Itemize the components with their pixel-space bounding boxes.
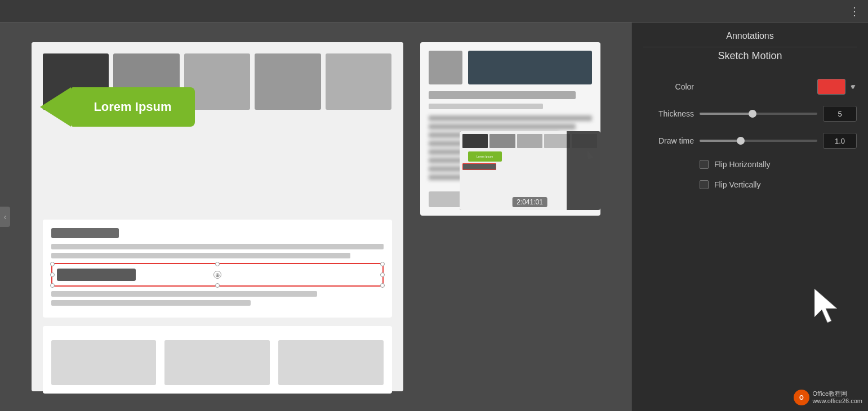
cursor-area — [632, 200, 868, 411]
thickness-value[interactable]: 5 — [823, 106, 857, 122]
thickness-slider-container[interactable] — [700, 108, 817, 119]
right-panel: Annotations Sketch Motion Color ▼ Thickn… — [631, 23, 868, 411]
watermark-icon: O — [794, 390, 809, 405]
arrow-text: Lorem Ipsum — [94, 100, 171, 114]
bb-block-2 — [164, 340, 270, 385]
flip-horizontal-label: Flip Horizontally — [714, 160, 771, 169]
thumbnail-container: Lorem Ipsum 2:041:01 — [460, 131, 600, 210]
slide-1[interactable]: Lorem Ipsum — [32, 42, 403, 391]
s2-bar2 — [429, 104, 543, 109]
thumb-arrow-text: Lorem Ipsum — [477, 155, 493, 158]
panel-divider — [643, 47, 857, 47]
drawtime-value[interactable]: 1.0 — [823, 133, 857, 149]
cb-line — [51, 291, 317, 297]
color-row: Color ▼ — [643, 79, 857, 95]
flip-horizontal-row: Flip Horizontally — [643, 160, 857, 169]
thumb-selected-box — [462, 163, 496, 170]
flip-vertical-label: Flip Vertically — [714, 180, 760, 189]
cb-title — [51, 228, 119, 238]
drawtime-slider-track — [700, 140, 817, 142]
green-arrow: Lorem Ipsum — [37, 87, 195, 127]
thumb-img-b — [462, 134, 488, 148]
selected-element[interactable] — [51, 263, 384, 287]
img-block-4 — [255, 53, 321, 110]
thumb-green-arrow: Lorem Ipsum — [468, 151, 502, 162]
resize-handle-center[interactable] — [213, 271, 221, 279]
main-layout: ‹ Lorem Ipsum — [0, 23, 868, 411]
resize-handle-br[interactable] — [380, 283, 385, 288]
cb-line — [51, 300, 251, 306]
drawtime-slider-fill — [700, 140, 741, 142]
resize-handle-mr[interactable] — [380, 272, 385, 277]
menu-dots-icon[interactable]: ⋮ — [849, 5, 861, 18]
svg-text:O: O — [799, 395, 804, 401]
panel-subtitle: Sketch Motion — [643, 50, 857, 62]
thickness-label: Thickness — [643, 109, 694, 118]
drawtime-label: Draw time — [643, 136, 694, 145]
bb-block-3 — [278, 340, 384, 385]
content-area — [32, 214, 403, 408]
panel-title: Annotations — [643, 31, 857, 41]
bottom-blocks — [51, 340, 384, 385]
s2-header-square — [429, 51, 462, 84]
slide-2[interactable]: Lorem Ipsum 2:041:01 — [420, 42, 600, 216]
watermark-text: Office教程网 www.office26.com — [813, 390, 862, 405]
content-block-2 — [43, 326, 392, 394]
flip-vertical-row: Flip Vertically — [643, 180, 857, 189]
resize-handle-tm[interactable] — [215, 262, 220, 266]
office-logo-icon: O — [795, 391, 808, 404]
slide-area: ‹ Lorem Ipsum — [0, 23, 631, 411]
resize-handle-tl[interactable] — [50, 262, 55, 266]
color-picker-box[interactable] — [817, 79, 845, 95]
watermark-line2: www.office26.com — [813, 397, 862, 405]
flip-horizontal-checkbox[interactable] — [700, 160, 709, 169]
bb-block-1 — [51, 340, 157, 385]
cb-line — [51, 244, 384, 249]
watermark: O Office教程网 www.office26.com — [794, 390, 862, 405]
svg-marker-0 — [814, 289, 837, 323]
panel-header: Annotations Sketch Motion — [632, 23, 868, 68]
selected-inner — [57, 269, 136, 281]
thickness-row: Thickness 5 — [643, 106, 857, 122]
arrow-body: Lorem Ipsum — [71, 87, 195, 127]
blur-line — [429, 115, 592, 121]
s2-bar1 — [429, 91, 576, 99]
drawtime-slider-container[interactable] — [700, 135, 817, 146]
slide-1-inner: Lorem Ipsum — [32, 42, 403, 391]
thickness-slider-thumb[interactable] — [749, 110, 756, 118]
resize-handle-tr[interactable] — [380, 262, 385, 266]
img-block-5 — [326, 53, 392, 110]
panel-controls: Color ▼ Thickness 5 — [632, 68, 868, 200]
large-cursor-icon — [812, 286, 845, 325]
watermark-line1: Office教程网 — [813, 390, 862, 397]
thickness-slider-fill — [700, 113, 753, 115]
resize-handle-bl[interactable] — [50, 283, 55, 288]
thumb-img-b — [489, 134, 515, 148]
resize-handle-bm[interactable] — [215, 283, 220, 288]
thumb-img-b — [517, 134, 543, 148]
s2-header-rect — [468, 51, 592, 84]
color-label: Color — [643, 82, 694, 91]
resize-handle-ml[interactable] — [50, 272, 55, 277]
content-block-1 — [43, 220, 392, 318]
left-nav-chevron[interactable]: ‹ — [0, 207, 10, 227]
drawtime-row: Draw time 1.0 — [643, 133, 857, 149]
cb-line — [51, 253, 350, 258]
blur-line — [429, 124, 576, 129]
thumbnail-time: 2:041:01 — [512, 197, 547, 207]
top-bar: ⋮ — [0, 0, 868, 23]
thumb-right-panel — [567, 131, 600, 210]
drawtime-slider-thumb[interactable] — [737, 137, 745, 145]
s2-header — [429, 51, 592, 84]
thickness-slider-track — [700, 113, 817, 115]
slides-container: Lorem Ipsum — [20, 31, 612, 403]
flip-vertical-checkbox[interactable] — [700, 180, 709, 189]
